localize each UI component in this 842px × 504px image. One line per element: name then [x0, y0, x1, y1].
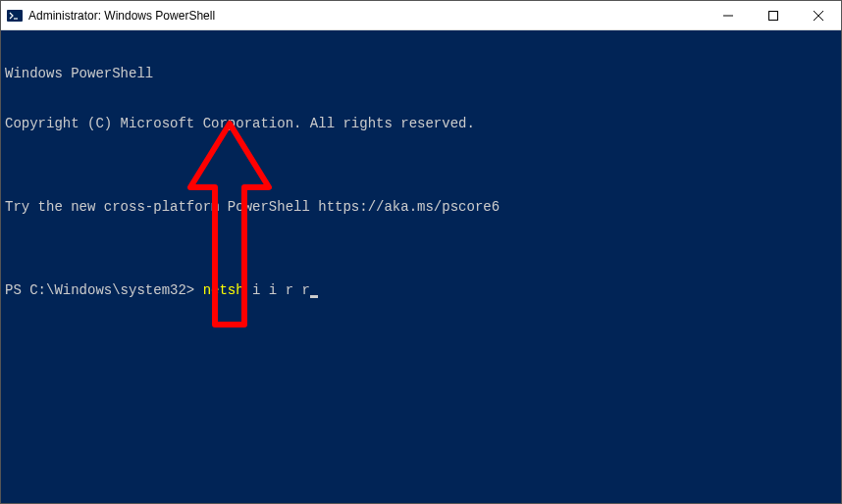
- maximize-button[interactable]: [751, 1, 796, 29]
- cursor-icon: [310, 295, 318, 298]
- window-title: Administrator: Windows PowerShell: [28, 9, 706, 23]
- terminal-area[interactable]: Windows PowerShell Copyright (C) Microso…: [1, 30, 841, 503]
- prompt-text: PS C:\Windows\system32>: [5, 282, 203, 298]
- window-controls: [706, 1, 841, 29]
- powershell-window: Administrator: Windows PowerShell Window…: [0, 0, 842, 504]
- powershell-icon: [7, 8, 23, 24]
- svg-rect-3: [769, 11, 778, 20]
- minimize-button[interactable]: [706, 1, 751, 29]
- terminal-output-line: Windows PowerShell: [5, 66, 837, 82]
- terminal-output-line: Try the new cross-platform PowerShell ht…: [5, 199, 837, 216]
- terminal-prompt-line: PS C:\Windows\system32> netsh i i r r: [5, 282, 837, 299]
- command-args: i i r r: [244, 282, 310, 298]
- annotation-arrow-icon: [185, 119, 274, 334]
- titlebar[interactable]: Administrator: Windows PowerShell: [1, 1, 841, 30]
- svg-rect-0: [7, 10, 23, 22]
- close-button[interactable]: [796, 1, 841, 29]
- command-keyword: netsh: [203, 282, 244, 298]
- terminal-output-line: Copyright (C) Microsoft Corporation. All…: [5, 116, 837, 132]
